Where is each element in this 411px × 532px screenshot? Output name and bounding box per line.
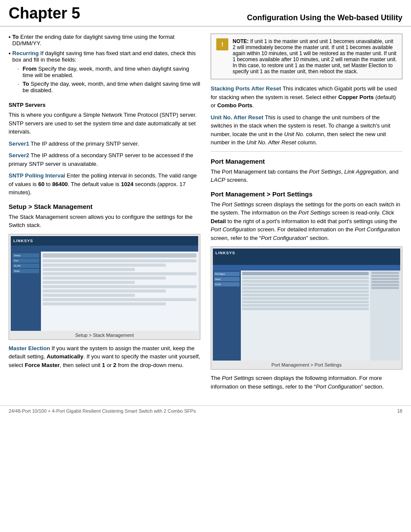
port-config-quote: Port Configuration [261, 235, 306, 241]
sidebar-item-port: Port [12, 258, 39, 263]
unit-no-after-italic: Unit No. After Reset [246, 139, 296, 146]
stacking-ports-label: Stacking Ports After Reset [211, 85, 281, 92]
unit2-text: 2 [113, 362, 116, 368]
pm-right-row [371, 281, 399, 283]
port-settings-bottom-para: The Port Settings screen displays the fo… [211, 374, 402, 391]
sidebar-item-setup: Setup [12, 253, 39, 258]
left-column: • To Enter the ending date for daylight … [9, 34, 200, 394]
screenshot-data-row [43, 289, 166, 292]
bullet-dot: • [9, 34, 11, 47]
pm-table-row [242, 308, 369, 310]
port-settings-italic-bottom: Port Settings [222, 375, 254, 381]
from-label: From [23, 65, 37, 72]
setup-stack-heading: Setup > Stack Management [9, 203, 200, 210]
pm-right-row [371, 275, 399, 277]
force-master-text: Force Master [25, 362, 60, 368]
pm-table-row [242, 301, 369, 303]
list-item: • To Enter the ending date for daylight … [9, 34, 200, 47]
port-config-italic2: Port Configuration [355, 226, 400, 233]
pm-sidebar-item-setup: Setup [214, 277, 240, 281]
screenshot-data-row [43, 259, 196, 262]
sidebar-item-vlan: VLAN [12, 264, 39, 268]
sub-list-item-from: From Specify the day, week, month, and t… [18, 65, 200, 78]
pm-body: Port Mgmt Setup VLAN [213, 271, 400, 361]
pm-right-row [371, 287, 399, 289]
detail-bold: Detail [211, 218, 226, 224]
port-settings-sub-heading: Port Management > Port Settings [211, 190, 402, 198]
bullet-to-text: To Enter the ending date for daylight sa… [12, 34, 200, 47]
screenshot-data-row [43, 285, 196, 288]
pm-table-row [242, 287, 369, 289]
pm-screenshot-caption: Port Management > Port Settings [213, 362, 400, 367]
screenshot-data-row [43, 264, 166, 267]
pm-sidebar-item-port: Port Mgmt [214, 272, 240, 276]
note-box: ! NOTE: If unit 1 is the master unit and… [211, 34, 402, 79]
note-text: If unit 1 is the master unit and unit 1 … [233, 38, 397, 75]
pm-table-row [242, 304, 369, 307]
page-header: Chapter 5 Configuration Using the Web-ba… [0, 0, 411, 27]
screenshot-data-row [43, 268, 135, 271]
note-content: NOTE: If unit 1 is the master unit and u… [233, 38, 397, 75]
sntp-intro-para: This is where you configure a Simple Net… [9, 111, 200, 136]
server1-text: The IP address of the primary SNTP serve… [29, 140, 139, 147]
server2-para: Server2 The IP address of a secondary SN… [9, 151, 200, 168]
screenshot-data-row [43, 277, 166, 280]
note-icon: ! [216, 38, 228, 50]
bullet-recurring-text: Recurring If daylight saving time has fi… [12, 50, 200, 96]
combo-ports: Combo Ports [217, 102, 252, 109]
content-wrapper: • To Enter the ending date for daylight … [0, 27, 411, 401]
port-management-intro: The Port Management tab contains the Por… [211, 168, 402, 184]
pm-sidebar: Port Mgmt Setup VLAN [213, 271, 241, 361]
unit-no-italic: Unit No. [284, 131, 305, 137]
screenshot-data-row [43, 298, 196, 301]
screenshot-data-row [43, 281, 135, 284]
screenshot-data-row [43, 302, 166, 305]
pm-right-row [371, 272, 399, 274]
link-aggregation-italic: Link Aggregation [344, 168, 386, 175]
port-settings-screenshot-box: LINKSYS Port Mgmt Setup VLAN [211, 246, 402, 370]
list-item-recurring: • Recurring If daylight saving time has … [9, 50, 200, 96]
pm-sidebar-item-vlan: VLAN [214, 282, 240, 286]
pm-table-header [242, 272, 369, 275]
footer-left: 24/48-Port 10/100 + 4-Port Gigabit Resil… [9, 408, 196, 414]
pm-table-row [242, 297, 369, 300]
pm-main [241, 271, 370, 361]
pm-linksys-bar: LINKSYS [213, 249, 400, 257]
nav-bar [11, 246, 198, 252]
pm-table-row [242, 283, 369, 286]
sntp-60: 60 [38, 181, 44, 187]
screenshot-data-row [43, 272, 196, 275]
linksys-bar: LINKSYS [11, 236, 198, 246]
screenshot-main [41, 252, 198, 331]
pm-table-row [242, 280, 369, 283]
sntp-servers-heading: SNTP Servers [9, 102, 200, 108]
lacp-italic: LACP [211, 177, 225, 183]
port-settings-italic: Port Settings [309, 168, 341, 175]
port-management-heading: Port Management [211, 158, 402, 165]
pm-tab-bar [213, 265, 400, 271]
recurring-label: Recurring [12, 50, 39, 56]
screenshot-sidebar: Setup Port VLAN Stats [11, 252, 41, 331]
pm-table-row [242, 294, 369, 296]
sntp-polling-label: SNTP Polling Interval [9, 172, 65, 179]
server1-para: Server1 The IP address of the primary SN… [9, 140, 200, 148]
setup-stack-intro: The Stack Management screen allows you t… [9, 213, 200, 230]
setup-stack-caption: Setup > Stack Management [11, 333, 198, 338]
pm-right-row [371, 278, 399, 280]
to-sub-label: To [23, 81, 29, 87]
server1-label: Server1 [9, 140, 29, 147]
divider [211, 151, 402, 152]
chapter-title: Chapter 5 [9, 4, 80, 22]
port-settings-screenshot: LINKSYS Port Mgmt Setup VLAN [213, 249, 400, 361]
pm-right-row [371, 284, 399, 286]
copper-ports: Copper Ports [338, 94, 374, 100]
setup-stack-screenshot-box: LINKSYS Setup Port VLAN Stats [9, 234, 200, 340]
sub-bullet-list: From Specify the day, week, month, and t… [18, 65, 200, 93]
linksys-logo-text: LINKSYS [13, 239, 33, 243]
sub-list-item-to: To Specify the day, week, month, and tim… [18, 81, 200, 93]
pm-right-panel [370, 271, 400, 361]
automatically-text: Automatically [47, 353, 83, 360]
port-config-italic-bottom: Port Configuration [316, 383, 361, 390]
setup-stack-screenshot: LINKSYS Setup Port VLAN Stats [11, 236, 198, 331]
port-settings-italic3: Port Settings [299, 209, 330, 216]
